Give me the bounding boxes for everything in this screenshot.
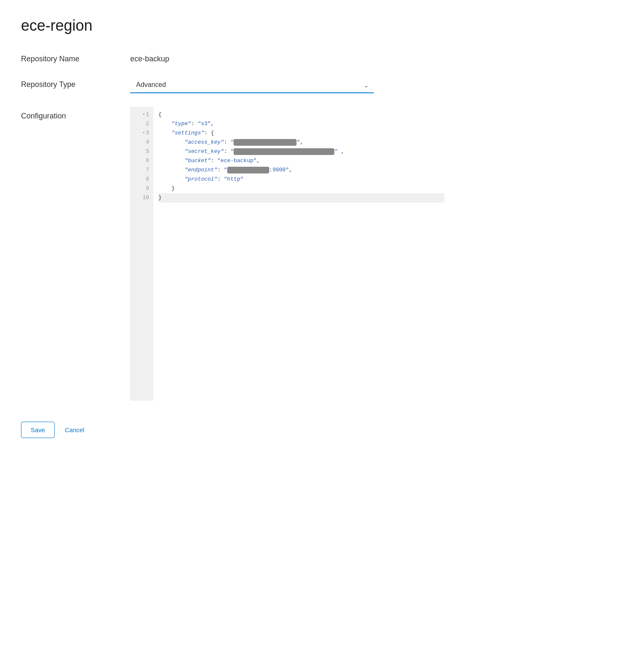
- repository-type-label: Repository Type: [21, 77, 130, 89]
- indent-9: [158, 184, 171, 193]
- line-num-1: ▾1: [130, 110, 153, 119]
- comma-5: ,: [338, 147, 344, 156]
- repository-type-control: Advanced S3 GCS Azure ⌄: [130, 77, 374, 93]
- repository-name-row: Repository Name ece-backup: [21, 51, 604, 63]
- redacted-secret-key: [234, 148, 334, 155]
- brace-open: {: [158, 110, 162, 119]
- key-secret-key: "secret_key": [184, 147, 224, 156]
- fold-arrow-1: ▾: [142, 111, 145, 118]
- val-type: "s3": [198, 120, 211, 129]
- indent-3: [158, 129, 171, 138]
- key-access-key: "access_key": [184, 138, 224, 147]
- line-num-7: 7: [130, 165, 153, 175]
- fold-arrow-3: ▾: [142, 130, 145, 136]
- indent-4: [158, 138, 184, 147]
- quote-close-4: ": [297, 138, 300, 147]
- repository-name-value: ece-backup: [130, 51, 169, 63]
- code-line-6: "bucket": "ece-backup",: [158, 156, 444, 165]
- quote-open-4: ": [231, 138, 234, 147]
- line-num-2: 2: [130, 119, 153, 129]
- line-num-6: 6: [130, 156, 153, 165]
- line-num-9: 9: [130, 184, 153, 193]
- line-num-3: ▾3: [130, 129, 153, 138]
- repository-type-row: Repository Type Advanced S3 GCS Azure ⌄: [21, 77, 604, 93]
- val-protocol: "http": [224, 175, 244, 184]
- indent-8: [158, 175, 184, 184]
- repository-type-select-wrapper: Advanced S3 GCS Azure ⌄: [130, 77, 374, 93]
- cancel-button[interactable]: Cancel: [65, 422, 84, 438]
- colon-8: :: [217, 175, 224, 184]
- line-num-10: 10: [130, 193, 153, 202]
- buttons-row: Save Cancel: [21, 422, 604, 438]
- line-num-8: 8: [130, 175, 153, 184]
- code-line-10: }: [158, 193, 444, 202]
- code-line-4: "access_key": "",: [158, 138, 444, 147]
- indent-2: [158, 120, 171, 129]
- code-line-9: }: [158, 184, 444, 193]
- code-line-1: {: [158, 110, 444, 119]
- code-editor-inner: ▾1 2 ▾3 4 5 6 7 8 9 10 {: [130, 107, 449, 401]
- redacted-endpoint: [227, 167, 269, 173]
- val-port: :9000": [269, 166, 289, 175]
- indent-5: [158, 147, 184, 156]
- code-line-7: "endpoint": ":9000",: [158, 165, 444, 175]
- colon-7: :: [217, 166, 224, 175]
- line-numbers: ▾1 2 ▾3 4 5 6 7 8 9 10: [130, 107, 153, 401]
- page-title: ece-region: [21, 17, 604, 34]
- configuration-label: Configuration: [21, 107, 130, 121]
- colon-4: :: [224, 138, 231, 147]
- colon-5: :: [224, 147, 231, 156]
- redacted-access-key: [234, 139, 297, 146]
- key-settings: "settings": [171, 129, 204, 138]
- code-line-2: "type": "s3",: [158, 119, 444, 129]
- line-num-5: 5: [130, 147, 153, 156]
- quote-open-5: ": [231, 147, 234, 156]
- comma-7: ,: [289, 166, 292, 175]
- code-line-8: "protocol": "http": [158, 175, 444, 184]
- key-bucket: "bucket": [184, 157, 210, 165]
- val-bucket: "ece-backup": [217, 157, 257, 165]
- key-protocol: "protocol": [184, 175, 217, 184]
- indent-7: [158, 166, 184, 175]
- code-line-5: "secret_key": "" ,: [158, 147, 444, 156]
- comma-6: ,: [257, 157, 260, 165]
- code-line-3: "settings": {: [158, 129, 444, 138]
- repository-type-select[interactable]: Advanced S3 GCS Azure: [130, 77, 374, 93]
- brace-settings-close: }: [171, 184, 175, 193]
- colon-2: :: [191, 120, 198, 129]
- repository-name-label: Repository Name: [21, 51, 130, 63]
- comma-4: ,: [300, 138, 303, 147]
- key-type: "type": [171, 120, 191, 129]
- colon-3: : {: [204, 129, 214, 138]
- code-editor[interactable]: ▾1 2 ▾3 4 5 6 7 8 9 10 {: [130, 107, 449, 401]
- colon-6: :: [211, 157, 218, 165]
- key-endpoint: "endpoint": [184, 166, 217, 175]
- configuration-row: Configuration ▾1 2 ▾3 4 5 6 7 8 9 10: [21, 107, 604, 401]
- code-content: { "type": "s3", "settings": { "access_ke…: [153, 107, 449, 401]
- brace-root-close: }: [158, 194, 162, 202]
- quote-open-7: ": [224, 166, 227, 175]
- indent-6: [158, 157, 184, 165]
- quote-close-5: ": [334, 147, 338, 156]
- save-button[interactable]: Save: [21, 422, 55, 438]
- comma-2: ,: [211, 120, 214, 129]
- line-num-4: 4: [130, 138, 153, 147]
